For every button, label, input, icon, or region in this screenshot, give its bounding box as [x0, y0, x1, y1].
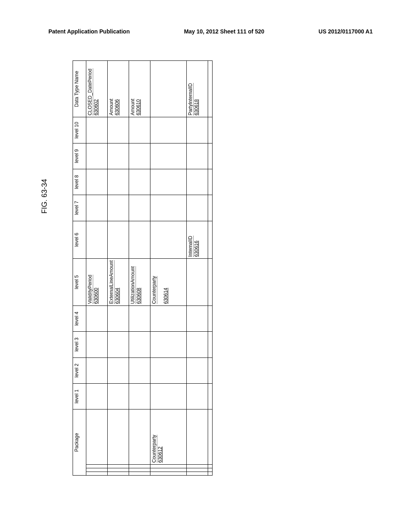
data-table: Package level 1 level 2 level 3 level 4 …	[73, 60, 213, 476]
col-level2: level 2	[73, 357, 86, 383]
col-datatype: Data Type Name	[73, 61, 86, 117]
cell-level6: InternalID	[188, 236, 194, 257]
table-row: ValidityPeriod 630600 CLOSED_DatePeriod …	[86, 61, 108, 476]
col-level9: level 9	[73, 143, 86, 169]
cell-package: Counterparty	[151, 435, 157, 463]
table-row	[208, 61, 213, 476]
col-package: Package	[73, 409, 86, 476]
cell-datatype-num: 630602	[93, 99, 99, 115]
table-row: UtilizationAmount 630608 Amount 630610	[129, 61, 150, 476]
cell-level5: ExternalLineAmount	[108, 260, 115, 304]
cell-level5: UtilizationAmount	[130, 266, 136, 304]
col-level1: level 1	[73, 383, 86, 409]
cell-datatype-num: 630610	[136, 99, 141, 115]
cell-datatype: CLOSED_DatePeriod	[87, 69, 93, 115]
cell-level5-num: 630600	[93, 288, 99, 304]
cell-datatype: Amount	[108, 99, 114, 115]
cell-level5: ValidityPeriod	[87, 275, 93, 304]
col-level8: level 8	[73, 169, 86, 195]
table-row: ExternalLineAmount 630604 Amount 630606	[108, 61, 129, 476]
cell-datatype: Amount	[130, 99, 136, 115]
cell-datatype: PartyInternalID	[188, 83, 194, 115]
cell-level5-num: 630608	[136, 288, 142, 304]
col-level3: level 3	[73, 332, 86, 357]
col-level4: level 4	[73, 306, 86, 332]
col-level7: level 7	[73, 195, 86, 221]
cell-package-num: 630612	[157, 447, 163, 463]
header-middle: May 10, 2012 Sheet 111 of 520	[184, 28, 264, 35]
col-level6: level 6	[73, 221, 86, 259]
header-left: Patent Application Publication	[48, 28, 130, 35]
table-row: InternalID 630616 PartyInternalID 630618	[187, 61, 208, 476]
header-right: US 2012/0117000 A1	[319, 28, 373, 35]
cell-level5-num: 630604	[115, 288, 120, 304]
table-row: Counterparty 630612 Counterparty 630614	[150, 61, 187, 476]
figure-label: FIG. 63-34	[40, 179, 49, 214]
cell-level5: Counterparty	[151, 276, 157, 304]
cell-level5-num: 630614	[163, 288, 169, 304]
cell-datatype-num: 630618	[194, 99, 199, 115]
col-level10: level 10	[73, 117, 86, 143]
cell-level6-num: 630616	[194, 241, 199, 257]
cell-datatype-num: 630606	[114, 99, 120, 115]
col-level5: level 5	[73, 259, 86, 306]
